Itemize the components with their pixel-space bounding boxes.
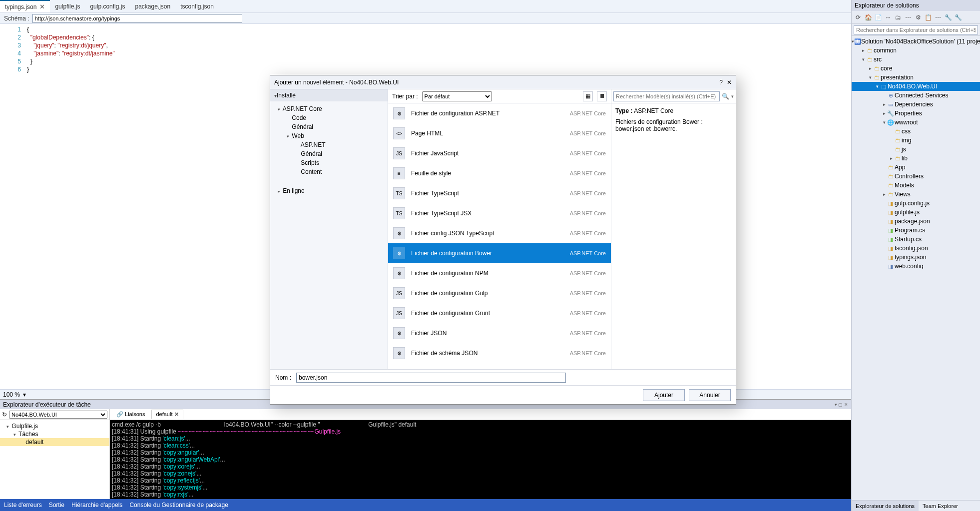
- toolbar-icon[interactable]: 🏠: [864, 13, 873, 22]
- file-tab[interactable]: tsconfig.json: [175, 0, 219, 12]
- solution-tree-node[interactable]: ◨Startup.cs: [852, 235, 980, 244]
- file-tab[interactable]: gulp.config.js: [85, 0, 130, 12]
- toolbar-icon[interactable]: ⚙: [914, 13, 923, 22]
- toolbar-icon[interactable]: 🔧: [954, 13, 963, 22]
- template-name: Fichier de configuration NPM: [411, 270, 564, 277]
- solution-tree-node[interactable]: ▾🗀presentation: [852, 73, 980, 82]
- solution-tree-node[interactable]: ▸🗀lib: [852, 154, 980, 163]
- dialog-category-node[interactable]: Content: [274, 167, 384, 176]
- toolbar-icon[interactable]: ⟳: [854, 13, 863, 22]
- solution-tree-node[interactable]: ◨tsconfig.json: [852, 244, 980, 253]
- solution-tree-node[interactable]: ▾🗀src: [852, 55, 980, 64]
- solution-tree-node[interactable]: ◨package.json: [852, 217, 980, 226]
- panel-tab[interactable]: Team Explorer: [919, 501, 962, 511]
- task-tree-node[interactable]: default: [0, 438, 109, 446]
- search-dropdown-icon[interactable]: ▾: [731, 94, 734, 99]
- refresh-icon[interactable]: ↻: [2, 411, 7, 418]
- view-list-icon[interactable]: ≣: [597, 91, 607, 101]
- dialog-category-node[interactable]: ▸ En ligne: [274, 186, 384, 195]
- close-tab-icon[interactable]: ✕: [39, 3, 45, 10]
- solution-tree-node[interactable]: ◨web.config: [852, 262, 980, 269]
- solution-tree-node[interactable]: ▸▭Dependencies: [852, 100, 980, 109]
- add-button[interactable]: Ajouter: [643, 389, 685, 401]
- status-tab[interactable]: Console du Gestionnaire de package: [129, 502, 228, 509]
- toolbar-icon[interactable]: ⋯: [904, 13, 913, 22]
- template-row[interactable]: ⚙Fichier de configuration ASP.NETASP.NET…: [388, 103, 611, 123]
- solution-tree-node[interactable]: ▾⬚No404.BO.Web.UI: [852, 82, 980, 91]
- file-tab[interactable]: gulpfile.js: [50, 0, 85, 12]
- template-row[interactable]: JSFichier de configuration GruntASP.NET …: [388, 303, 611, 323]
- solution-tree-node[interactable]: ▸🗀common: [852, 46, 980, 55]
- template-row[interactable]: <>Page HTMLASP.NET Core: [388, 123, 611, 143]
- status-tab[interactable]: Hiérarchie d'appels: [71, 502, 122, 509]
- toolbar-icon[interactable]: ↔: [884, 13, 893, 22]
- template-row[interactable]: ⚙Fichier JSONASP.NET Core: [388, 323, 611, 343]
- template-row[interactable]: JSFichier de configuration GulpASP.NET C…: [388, 283, 611, 303]
- solution-tree-node[interactable]: ▾🛄Solution 'No404BackOfficeSolution' (11…: [852, 37, 980, 46]
- solution-tree-node[interactable]: 🗀img: [852, 136, 980, 145]
- panel-tab[interactable]: Explorateur de solutions: [852, 501, 919, 511]
- solution-tree-node[interactable]: ▸🔧Properties: [852, 109, 980, 118]
- template-row[interactable]: TSFichier TypeScript JSXASP.NET Core: [388, 203, 611, 223]
- template-row[interactable]: ⚙Fichier config JSON TypeScriptASP.NET C…: [388, 223, 611, 243]
- task-tab[interactable]: default ✕: [151, 410, 183, 419]
- dialog-name-input[interactable]: [296, 373, 566, 383]
- sort-select[interactable]: Par défaut: [422, 91, 492, 101]
- solution-explorer-search-input[interactable]: [854, 25, 978, 34]
- zoom-dropdown-icon[interactable]: ▾: [23, 391, 26, 398]
- template-row[interactable]: ≡Feuille de styleASP.NET Core: [388, 163, 611, 183]
- status-tab[interactable]: Liste d'erreurs: [4, 502, 42, 509]
- schema-input[interactable]: [32, 14, 242, 23]
- dialog-category-node[interactable]: Général: [274, 149, 384, 158]
- solution-tree-node[interactable]: 🗀Controllers: [852, 172, 980, 181]
- status-tab[interactable]: Sortie: [49, 502, 64, 509]
- solution-tree-node[interactable]: ▾🌐wwwroot: [852, 118, 980, 127]
- solution-tree-node[interactable]: ◨typings.json: [852, 253, 980, 262]
- dialog-installed-header[interactable]: Installé: [277, 92, 296, 99]
- dialog-category-node[interactable]: Scripts: [274, 158, 384, 167]
- solution-tree-node[interactable]: 🗀js: [852, 145, 980, 154]
- solution-tree-node[interactable]: ◨gulpfile.js: [852, 208, 980, 217]
- close-icon[interactable]: ✕: [727, 79, 732, 86]
- panel-window-controls[interactable]: ▾ ▢ ✕: [835, 402, 848, 407]
- help-icon[interactable]: ?: [719, 79, 723, 86]
- template-row[interactable]: ⚙Fichier de configuration NPMASP.NET Cor…: [388, 263, 611, 283]
- cancel-button[interactable]: Annuler: [689, 389, 731, 401]
- solution-tree-node[interactable]: ▸🗀Views: [852, 190, 980, 199]
- dialog-category-node[interactable]: ASP.NET: [274, 140, 384, 149]
- view-large-icon[interactable]: ▦: [583, 91, 593, 101]
- toolbar-icon[interactable]: 🔧: [944, 13, 953, 22]
- solution-tree-node[interactable]: ◨Program.cs: [852, 226, 980, 235]
- solution-tree-node[interactable]: ⊕Connected Services: [852, 91, 980, 100]
- dialog-template-list[interactable]: ⚙Fichier de configuration ASP.NETASP.NET…: [388, 103, 611, 369]
- dialog-category-node[interactable]: Code: [274, 113, 384, 122]
- template-row[interactable]: JSFichier JavaScriptASP.NET Core: [388, 143, 611, 163]
- file-tab[interactable]: package.json: [130, 0, 175, 12]
- toolbar-icon[interactable]: 📄: [874, 13, 883, 22]
- task-tree-node[interactable]: ▾ Tâches: [0, 430, 109, 438]
- toolbar-icon[interactable]: 📋: [924, 13, 933, 22]
- search-icon[interactable]: 🔍: [720, 93, 731, 100]
- file-tab[interactable]: typings.json✕: [0, 0, 50, 12]
- solution-tree-node[interactable]: ▸🗀core: [852, 64, 980, 73]
- template-row[interactable]: ⚙Fichier de configuration BowerASP.NET C…: [388, 243, 611, 263]
- toolbar-icon[interactable]: 🗂: [894, 13, 903, 22]
- dialog-search-input[interactable]: [613, 91, 720, 101]
- task-tree-node[interactable]: ▾ Gulpfile.js: [0, 422, 109, 430]
- template-row[interactable]: TSFichier TypeScriptASP.NET Core: [388, 183, 611, 203]
- solution-tree-node[interactable]: 🗀App: [852, 163, 980, 172]
- dialog-category-node[interactable]: ▾ Web: [274, 131, 384, 140]
- template-row[interactable]: ⚙Fichier de schéma JSONASP.NET Core: [388, 343, 611, 363]
- solution-explorer-tree[interactable]: ▾🛄Solution 'No404BackOfficeSolution' (11…: [852, 36, 980, 269]
- task-runner-console[interactable]: cmd.exe /c gulp -b lo404.BO.Web.UI" --co…: [110, 420, 851, 499]
- solution-tree-node[interactable]: 🗀css: [852, 127, 980, 136]
- task-runner-project-select[interactable]: No404.BO.Web.UI: [9, 411, 107, 419]
- editor-code[interactable]: { "globalDependencies": { "jquery": "reg…: [25, 24, 115, 389]
- zoom-level[interactable]: 100 %: [3, 391, 20, 398]
- solution-tree-node[interactable]: 🗀Models: [852, 181, 980, 190]
- solution-tree-node[interactable]: ◨gulp.config.js: [852, 199, 980, 208]
- task-tab[interactable]: 🔗 Liaisons: [112, 410, 149, 419]
- toolbar-icon[interactable]: ⋯: [934, 13, 943, 22]
- dialog-category-node[interactable]: Général: [274, 122, 384, 131]
- dialog-category-node[interactable]: ▾ ASP.NET Core: [274, 104, 384, 113]
